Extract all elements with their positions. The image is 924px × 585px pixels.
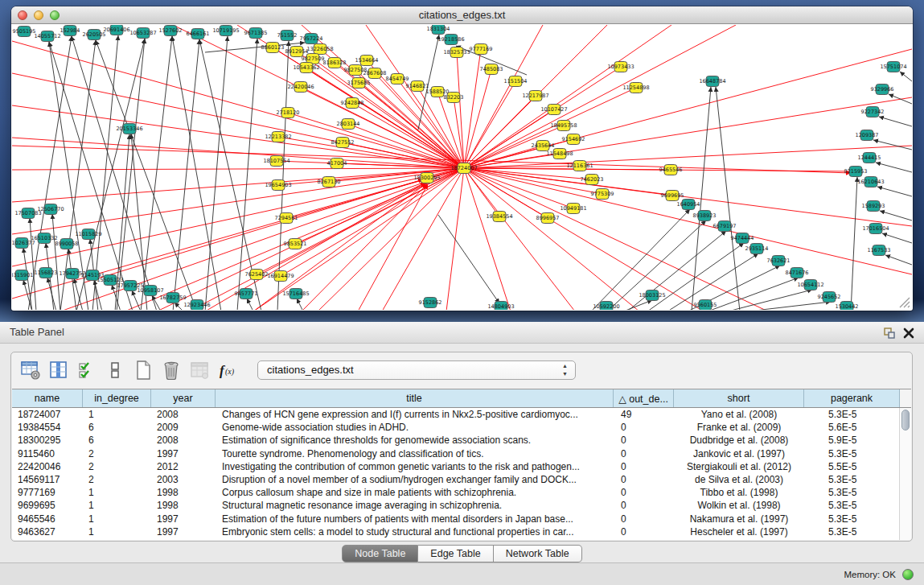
cell-year[interactable]: 2012: [151, 461, 216, 472]
cell-short[interactable]: Wolkin et al. (1998): [674, 500, 804, 511]
citation-edge-black[interactable]: [880, 211, 912, 220]
cell-title[interactable]: Structural magnetic resonance image aver…: [216, 500, 614, 511]
table-row[interactable]: 977716911998Corpus callosum shape and si…: [12, 486, 911, 499]
citation-edge-black[interactable]: [851, 177, 857, 310]
citation-edge-red[interactable]: [464, 96, 536, 168]
cell-title[interactable]: Estimation of significance thresholds fo…: [216, 435, 614, 446]
cell-name[interactable]: 19384554: [12, 422, 83, 433]
cell-title[interactable]: Disruption of a novel member of a sodium…: [216, 474, 614, 485]
citation-edge-black[interactable]: [173, 39, 199, 310]
cell-pagerank[interactable]: 5.3E-5: [804, 409, 900, 420]
column-header-title[interactable]: title: [216, 389, 614, 407]
citation-edge-red[interactable]: [464, 49, 481, 168]
network-window[interactable]: citations_edges.txt 95051951405571215298…: [11, 6, 913, 311]
cell-in_degree[interactable]: 1: [83, 526, 151, 538]
citation-edge-red[interactable]: [464, 168, 575, 310]
import-table-button[interactable]: [188, 359, 211, 381]
table-row[interactable]: 1830029562008Estimation of significance …: [12, 434, 911, 447]
cell-out_degree[interactable]: 0: [614, 435, 674, 446]
cell-year[interactable]: 2009: [151, 422, 216, 433]
tab-node-table[interactable]: Node Table: [342, 545, 418, 562]
cell-year[interactable]: 2008: [151, 435, 216, 446]
citation-edge-red[interactable]: [281, 168, 464, 276]
citation-edge-black[interactable]: [647, 243, 744, 310]
cell-title[interactable]: Genome-wide association studies in ADHD.: [216, 422, 614, 433]
cell-short[interactable]: Hescheler et al. (1997): [674, 526, 804, 538]
float-window-icon[interactable]: [882, 326, 897, 340]
table-row[interactable]: 1456911722003Disruption of a novel membe…: [12, 473, 911, 486]
cell-name[interactable]: 9777169: [12, 487, 83, 498]
citation-edge-black[interactable]: [92, 35, 118, 310]
cell-title[interactable]: Tourette syndrome. Phenomenology and cla…: [216, 448, 614, 459]
cell-name[interactable]: 18724007: [12, 409, 83, 420]
cell-pagerank[interactable]: 5.6E-5: [804, 422, 900, 433]
table-selector-dropdown[interactable]: citations_edges.txt ▲▼: [257, 360, 576, 380]
citation-edge-black[interactable]: [175, 303, 183, 310]
cell-year[interactable]: 1997: [151, 526, 216, 538]
cell-out_degree[interactable]: 0: [614, 526, 674, 538]
table-row[interactable]: 1938455462009Genome-wide association stu…: [12, 421, 911, 434]
cell-name[interactable]: 9465546: [12, 513, 83, 525]
column-header-name[interactable]: name: [12, 389, 83, 407]
cell-year[interactable]: 1998: [151, 487, 216, 498]
window-resize-grip[interactable]: [897, 295, 910, 308]
citation-edge-red[interactable]: [12, 168, 464, 234]
cell-out_degree[interactable]: 0: [614, 487, 674, 498]
cell-year[interactable]: 1997: [151, 513, 216, 525]
memory-status-indicator[interactable]: [902, 569, 914, 580]
cell-short[interactable]: Nakamura et al. (1997): [674, 513, 804, 525]
cell-year[interactable]: 1998: [151, 500, 216, 511]
new-column-button[interactable]: [132, 359, 154, 381]
cell-pagerank[interactable]: 5.5E-5: [804, 461, 900, 472]
cell-in_degree[interactable]: 6: [83, 435, 151, 446]
cell-name[interactable]: 9115460: [12, 448, 83, 459]
window-titlebar[interactable]: citations_edges.txt: [11, 6, 913, 24]
cell-title[interactable]: Embryonic stem cells: a model to study s…: [216, 526, 614, 538]
network-canvas[interactable]: 9505195140557121529842620505206914061065…: [12, 25, 912, 310]
table-row[interactable]: 946554611997Estimation of the future num…: [12, 513, 911, 525]
citation-edge-black[interactable]: [205, 36, 228, 310]
citation-edge-red[interactable]: [358, 184, 428, 310]
cell-short[interactable]: de Silva et al. (2003): [674, 474, 804, 485]
tab-network-table[interactable]: Network Table: [494, 545, 582, 562]
citation-edge-black[interactable]: [438, 215, 499, 303]
cell-short[interactable]: Tibbo et al. (1998): [674, 487, 804, 498]
cell-name[interactable]: 14569117: [12, 474, 83, 485]
cell-in_degree[interactable]: 1: [83, 409, 151, 420]
table-row[interactable]: 969969511998Structural magnetic resonanc…: [12, 499, 911, 512]
citation-edge-red[interactable]: [464, 168, 511, 310]
column-header-short[interactable]: short: [674, 389, 804, 407]
column-header-pagerank[interactable]: pagerank: [804, 389, 900, 407]
table-row[interactable]: 911546021997Tourette syndrome. Phenomeno…: [12, 447, 911, 460]
citation-edge-red[interactable]: [464, 168, 592, 179]
citation-edge-black[interactable]: [900, 72, 912, 81]
cell-out_degree[interactable]: 49: [614, 409, 674, 420]
citation-edge-black[interactable]: [247, 299, 253, 310]
citation-edge-red[interactable]: [253, 168, 464, 310]
table-row[interactable]: 946362711997Embryonic stem cells: a mode…: [12, 525, 911, 538]
close-icon[interactable]: [901, 326, 916, 340]
cell-title[interactable]: Estimation of the future numbers of pati…: [216, 513, 614, 525]
cell-in_degree[interactable]: 1: [83, 487, 151, 498]
citation-network-graph[interactable]: 9505195140557121529842620505206914061065…: [12, 25, 912, 310]
cell-pagerank[interactable]: 5.3E-5: [804, 448, 900, 459]
citation-edge-red[interactable]: [464, 168, 912, 274]
citation-edge-red[interactable]: [278, 137, 464, 168]
cell-pagerank[interactable]: 5.3E-5: [804, 487, 900, 498]
cell-year[interactable]: 2008: [151, 409, 216, 420]
citation-edge-red[interactable]: [12, 41, 464, 168]
cell-pagerank[interactable]: 5.9E-5: [804, 435, 900, 446]
citation-edge-black[interactable]: [879, 117, 912, 126]
citation-edge-black[interactable]: [117, 39, 145, 310]
cell-out_degree[interactable]: 0: [614, 461, 674, 472]
citation-edge-black[interactable]: [885, 255, 912, 265]
cell-out_degree[interactable]: 0: [614, 422, 674, 433]
cell-in_degree[interactable]: 6: [83, 422, 151, 433]
citation-edge-black[interactable]: [52, 214, 60, 310]
cell-out_degree[interactable]: 0: [614, 513, 674, 525]
citation-edge-black[interactable]: [873, 140, 912, 150]
citation-edge-black[interactable]: [716, 87, 740, 310]
cell-year[interactable]: 1997: [151, 448, 216, 459]
cell-name[interactable]: 22420046: [12, 461, 83, 472]
citation-edge-red[interactable]: [464, 168, 672, 196]
